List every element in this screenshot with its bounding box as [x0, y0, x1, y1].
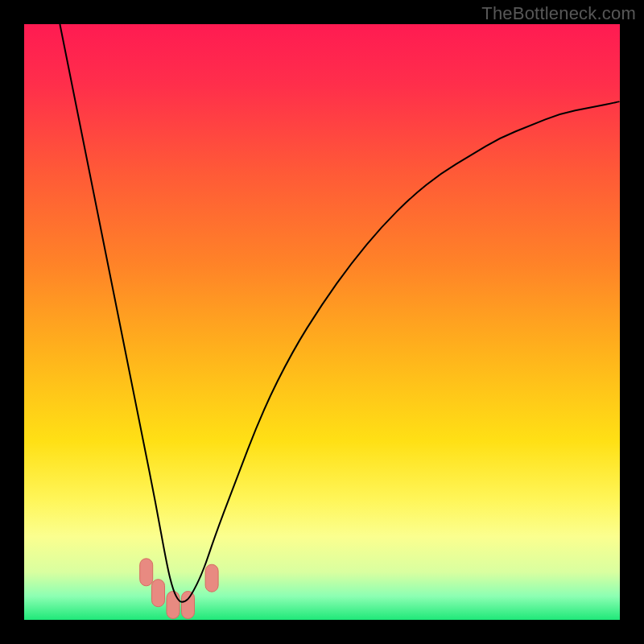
trough-marker	[167, 592, 180, 619]
trough-marker	[205, 564, 218, 592]
plot-area	[24, 24, 620, 620]
trough-marker	[182, 592, 195, 619]
bottleneck-chart	[24, 24, 620, 620]
gradient-background	[24, 24, 620, 620]
watermark-text: TheBottleneck.com	[481, 3, 636, 24]
trough-marker	[140, 559, 153, 586]
chart-frame: TheBottleneck.com	[0, 0, 644, 644]
trough-marker	[152, 580, 165, 607]
